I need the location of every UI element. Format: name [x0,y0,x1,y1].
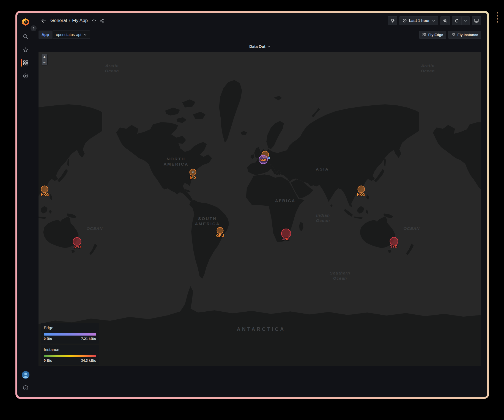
star-dashboard-icon[interactable] [92,18,96,23]
variable-value-dropdown[interactable]: openstatus-api [53,31,90,39]
sidebar-item-dashboards[interactable] [17,60,34,66]
map-zoom-out-button[interactable]: − [42,60,47,65]
sidebar-nav [17,34,34,79]
dashboard-settings-button[interactable] [388,16,397,25]
refresh-button[interactable] [452,16,461,25]
sidebar-item-search[interactable] [17,34,34,40]
apps-icon [451,33,455,37]
legend-instance-max: 34.3 kB/s [81,359,96,363]
svg-text:?: ? [25,386,26,389]
grafana-logo-icon[interactable] [21,18,30,26]
variable-selected-value: openstatus-api [56,32,81,37]
refresh-group [452,16,470,25]
time-range-label: Last 1 hour [409,18,430,23]
map-marker-hkg-west[interactable] [41,186,48,193]
monitor-icon [474,18,479,23]
breadcrumb-separator: / [69,18,70,23]
refresh-icon [454,18,459,23]
map-legend: Edge 0 B/s 7.21 kB/s Instance 0 B/s 34.3… [41,323,99,365]
legend-edge-max: 7.21 kB/s [81,337,96,341]
chevron-right-icon [32,27,35,30]
fly-instance-link[interactable]: Fly Instance [448,31,481,39]
sidebar-item-explore[interactable] [17,73,34,79]
dashboard-header: General / Fly App [34,13,487,29]
star-icon [23,47,29,53]
legend-instance: Instance 0 B/s 34.3 kB/s [41,345,99,365]
sidebar-expand-button[interactable] [30,25,37,32]
breadcrumb: General / Fly App [50,18,88,23]
chevron-down-icon [464,19,467,22]
zoom-out-time-button[interactable] [440,16,450,25]
map-marker-gru[interactable] [217,227,224,234]
sidebar-bottom: ? [22,371,29,391]
sidebar-item-starred[interactable] [17,47,34,53]
legend-instance-min: 0 B/s [44,359,52,363]
dashboard-links: Fly Edge Fly Instance [419,31,481,39]
breadcrumb-dashboard: Fly App [72,18,88,23]
legend-instance-gradient [44,355,96,357]
app-window: ? General / Fly App [15,11,489,399]
legend-edge-min: 0 B/s [44,337,52,341]
map-marker-jnb[interactable] [281,229,291,238]
main-area: General / Fly App [34,13,487,397]
panel-header: Data Out [34,41,487,52]
legend-edge-title: Edge [44,325,96,330]
map-marker-syd[interactable] [390,237,398,246]
fly-instance-label: Fly Instance [458,33,478,37]
search-icon [23,34,29,40]
map-marker-ams[interactable] [259,155,268,164]
submenu-bar: App openstatus-api Fly Edg [34,29,487,41]
apps-icon [23,60,29,66]
sidebar-item-help[interactable]: ? [22,385,29,391]
gear-icon [390,18,395,23]
geomap-panel[interactable]: + − Arctic Ocean Arctic Ocean NORTH AMER… [39,52,481,366]
help-icon: ? [23,385,29,391]
map-zoom-in-button[interactable]: + [42,54,47,60]
panel-title[interactable]: Data Out [39,44,481,49]
variable-label: App [39,31,52,39]
legend-edge: Edge 0 B/s 7.21 kB/s [41,323,99,344]
map-zoom-control: + − [41,54,48,65]
apps-icon [422,33,426,37]
world-map [39,52,481,366]
legend-edge-gradient [44,333,96,336]
sidebar: ? [17,13,34,397]
legend-instance-title: Instance [44,347,96,352]
compass-icon [23,73,29,79]
template-variable-app: App openstatus-api [39,31,90,39]
frame-dots [497,12,498,24]
chevron-down-icon [84,33,87,36]
map-marker-edge-dot[interactable] [268,157,270,159]
refresh-interval-dropdown[interactable] [461,16,470,25]
time-range-picker[interactable]: Last 1 hour [399,16,438,25]
magnifier-minus-icon [443,18,448,23]
fly-edge-link[interactable]: Fly Edge [419,31,446,39]
panel-title-text: Data Out [249,44,265,49]
chevron-down-icon [432,19,435,22]
kiosk-mode-button[interactable] [472,16,481,25]
breadcrumb-folder[interactable]: General [50,18,67,23]
user-avatar[interactable] [22,371,29,379]
clock-icon [402,18,407,23]
chevron-down-icon [267,45,270,48]
map-marker-iad-center-dot [192,171,194,173]
share-icon[interactable] [100,18,104,23]
fly-edge-label: Fly Edge [428,33,443,37]
back-arrow-icon[interactable] [41,18,46,24]
map-marker-syd-west[interactable] [73,237,81,246]
map-marker-hkg[interactable] [358,186,365,193]
